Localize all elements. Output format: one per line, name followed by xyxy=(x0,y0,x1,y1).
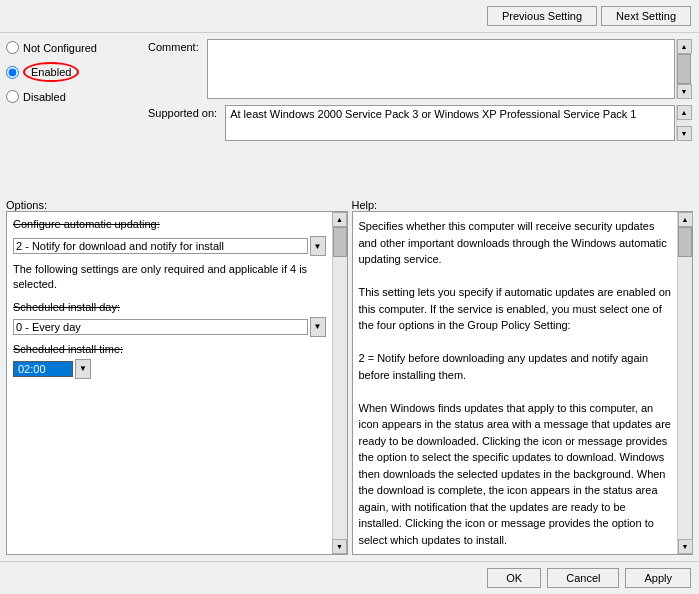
options-note: The following settings are only required… xyxy=(13,262,326,293)
schedule-time-input[interactable] xyxy=(13,361,73,377)
next-setting-button[interactable]: Next Setting xyxy=(601,6,691,26)
schedule-day-dropdown-arrow[interactable]: ▼ xyxy=(310,317,326,337)
comment-label: Comment: xyxy=(148,39,199,53)
update-mode-dropdown[interactable]: 2 - Notify for download and notify for i… xyxy=(13,238,308,254)
ok-button[interactable]: OK xyxy=(487,568,541,588)
options-panel: Configure automatic updating: 2 - Notify… xyxy=(7,212,332,554)
not-configured-radio[interactable]: Not Configured xyxy=(6,41,134,54)
help-panel: Specifies whether this computer will rec… xyxy=(353,212,678,554)
disabled-radio[interactable]: Disabled xyxy=(6,90,134,103)
help-scroll-down[interactable]: ▼ xyxy=(678,539,693,554)
schedule-time-label: Scheduled install time: xyxy=(13,343,123,355)
prev-setting-button[interactable]: Previous Setting xyxy=(487,6,597,26)
schedule-day-dropdown[interactable]: 0 - Every day xyxy=(13,319,308,335)
help-text: Specifies whether this computer will rec… xyxy=(359,218,672,548)
supported-value: At least Windows 2000 Service Pack 3 or … xyxy=(225,105,675,141)
options-scroll-down[interactable]: ▼ xyxy=(332,539,347,554)
enabled-label: Enabled xyxy=(31,66,71,78)
comment-scroll-up[interactable]: ▲ xyxy=(677,39,692,54)
schedule-time-dropdown-arrow[interactable]: ▼ xyxy=(75,359,91,379)
supported-scroll-up[interactable]: ▲ xyxy=(677,105,692,120)
comment-textarea[interactable] xyxy=(207,39,675,99)
update-mode-dropdown-arrow[interactable]: ▼ xyxy=(310,236,326,256)
not-configured-label: Not Configured xyxy=(23,42,97,54)
help-heading: Help: xyxy=(352,199,378,211)
options-heading: Options: xyxy=(6,199,47,211)
cancel-button[interactable]: Cancel xyxy=(547,568,619,588)
disabled-label: Disabled xyxy=(23,91,66,103)
enabled-radio[interactable]: Enabled xyxy=(6,62,134,82)
apply-button[interactable]: Apply xyxy=(625,568,691,588)
options-scroll-up[interactable]: ▲ xyxy=(332,212,347,227)
supported-label: Supported on: xyxy=(148,105,217,119)
comment-scroll-down[interactable]: ▼ xyxy=(677,84,692,99)
configure-label: Configure automatic updating: xyxy=(13,218,160,230)
help-scroll-up[interactable]: ▲ xyxy=(678,212,693,227)
schedule-day-label: Scheduled install day: xyxy=(13,301,120,313)
supported-scroll-down[interactable]: ▼ xyxy=(677,126,692,141)
